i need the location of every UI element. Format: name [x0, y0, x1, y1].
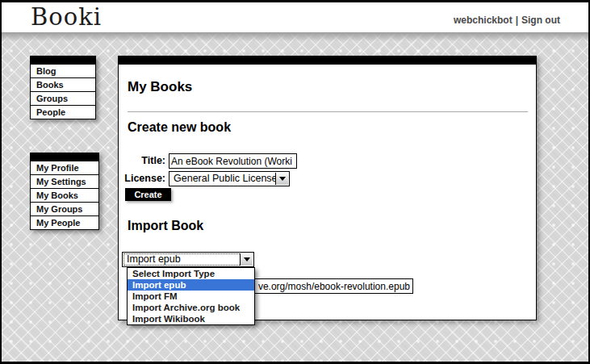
- sidebar-item-my-people[interactable]: My People: [31, 215, 98, 229]
- user-session-box: webchickbot|Sign out: [454, 15, 560, 26]
- username-label: webchickbot: [454, 15, 513, 26]
- option-select-import-type[interactable]: Select Import Type: [128, 268, 254, 279]
- sidebar-item-people[interactable]: People: [31, 105, 95, 119]
- header: Booki webchickbot|Sign out: [2, 2, 588, 32]
- option-import-archive-org[interactable]: Import Archive.org book: [128, 302, 254, 313]
- option-import-epub[interactable]: Import epub: [128, 279, 254, 291]
- create-button[interactable]: Create: [125, 188, 171, 201]
- header-shadow: [2, 32, 588, 41]
- chevron-down-icon: [240, 253, 253, 266]
- import-type-dropdown: Select Import Type Import epub Import FM…: [127, 267, 255, 325]
- import-select-value: Import epub: [127, 253, 181, 265]
- booki-logo[interactable]: Booki: [31, 3, 102, 31]
- site-menu: Blog Books Groups People: [30, 56, 96, 119]
- sidebar-item-blog[interactable]: Blog: [31, 64, 95, 77]
- menu-header-bar: [31, 153, 98, 161]
- sidebar-item-my-groups[interactable]: My Groups: [31, 202, 98, 215]
- create-book-heading: Create new book: [128, 120, 231, 135]
- sidebar-item-groups[interactable]: Groups: [31, 91, 95, 105]
- title-label: Title:: [119, 155, 165, 166]
- main-panel: My Books Create new book Title: License:…: [118, 56, 537, 320]
- license-label: License:: [119, 173, 165, 184]
- license-select[interactable]: General Public License: [169, 171, 290, 186]
- option-import-fm[interactable]: Import FM: [128, 291, 254, 302]
- sidebar-item-my-settings[interactable]: My Settings: [31, 174, 98, 188]
- license-select-value: General Public License: [174, 173, 278, 184]
- import-type-select[interactable]: Import epub: [122, 252, 254, 267]
- sidebar-item-my-profile[interactable]: My Profile: [31, 161, 98, 174]
- import-book-heading: Import Book: [128, 219, 203, 233]
- sidebar-item-books[interactable]: Books: [31, 77, 95, 91]
- option-import-wikibook[interactable]: Import Wikibook: [128, 313, 254, 324]
- panel-top-bar: [119, 56, 536, 65]
- chevron-down-icon: [275, 173, 288, 185]
- page-title: My Books: [128, 79, 192, 95]
- book-title-input[interactable]: [169, 153, 297, 169]
- divider: [128, 111, 528, 112]
- separator: |: [516, 15, 518, 26]
- my-menu: My Profile My Settings My Books My Group…: [30, 153, 99, 230]
- sign-out-link[interactable]: Sign out: [521, 15, 560, 26]
- menu-header-bar: [31, 56, 95, 64]
- sidebar-item-my-books[interactable]: My Books: [31, 188, 98, 202]
- booki-window: Booki webchickbot|Sign out Blog Books Gr…: [0, 0, 590, 364]
